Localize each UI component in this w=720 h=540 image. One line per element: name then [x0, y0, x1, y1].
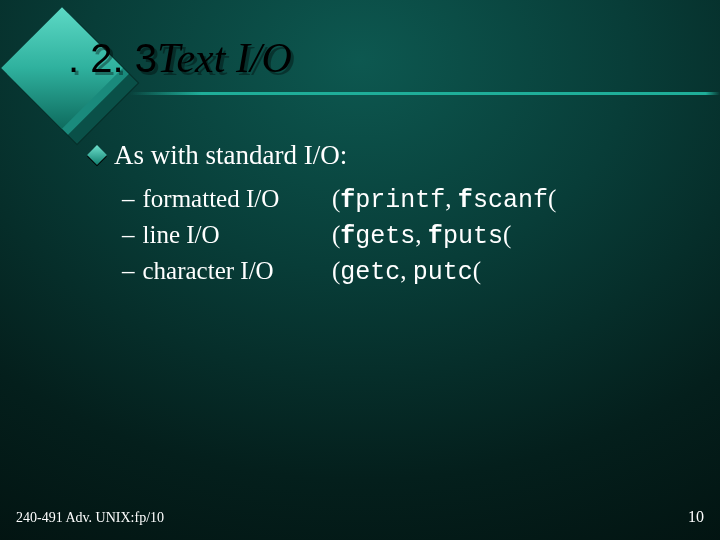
io-functions: (fprintf, fscanf( — [332, 185, 556, 215]
title-underline — [0, 92, 720, 95]
list-item: –formatted I/O(fprintf, fscanf( — [122, 185, 556, 215]
io-type-label: –character I/O — [122, 257, 332, 287]
title-text: Text I/O — [157, 35, 292, 81]
footer-left: 240-491 Adv. UNIX:fp/10 — [16, 510, 164, 526]
io-list: –formatted I/O(fprintf, fscanf(–line I/O… — [122, 185, 556, 287]
list-item: –line I/O(fgets, fputs( — [122, 221, 556, 251]
list-item: –character I/O(getc, putc( — [122, 257, 556, 287]
lead-text: As with standard I/O: — [114, 140, 347, 170]
slide-title: . 2. 3Text I/O — [68, 34, 292, 82]
io-functions: (fgets, fputs( — [332, 221, 511, 251]
page-number: 10 — [688, 508, 704, 526]
io-functions: (getc, putc( — [332, 257, 481, 287]
io-type-label: –formatted I/O — [122, 185, 332, 215]
diamond-bullet-icon — [87, 145, 107, 165]
slide-body: As with standard I/O: –formatted I/O(fpr… — [90, 140, 556, 293]
io-type-label: –line I/O — [122, 221, 332, 251]
lead-line: As with standard I/O: — [90, 140, 556, 171]
section-number: . 2. 3 — [68, 36, 157, 80]
